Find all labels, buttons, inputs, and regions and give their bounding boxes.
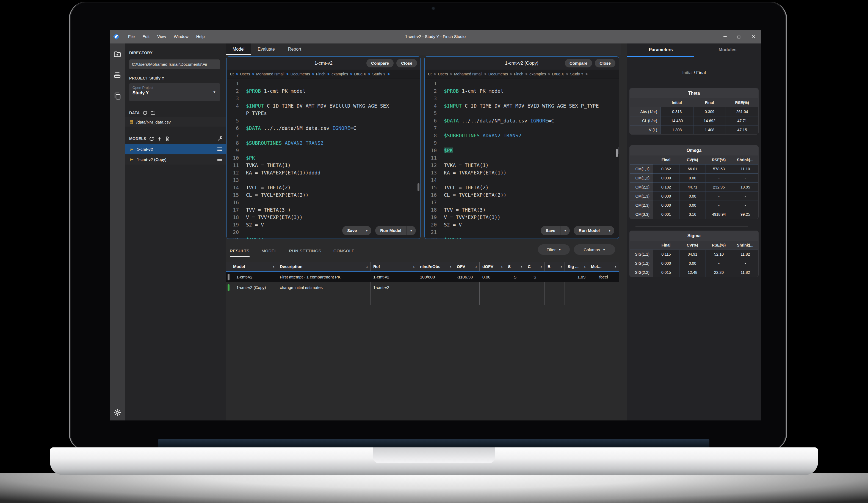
- code-line[interactable]: 11: [425, 154, 619, 162]
- titlebar[interactable]: FileEditViewWindowHelp 1-cmt-v2 - Study …: [110, 30, 761, 43]
- filter-dropdown[interactable]: Filter ▼: [538, 244, 570, 255]
- code-line[interactable]: 18TVV = THETA(3): [425, 206, 619, 213]
- breadcrumb-item[interactable]: Finch: [514, 72, 523, 76]
- pin-icon[interactable]: [217, 135, 223, 141]
- code-line[interactable]: 17TVV = THETA(3 ): [227, 206, 420, 213]
- refresh-icon[interactable]: [149, 136, 154, 141]
- breadcrumb-item[interactable]: Users: [438, 72, 448, 76]
- tab-modules[interactable]: Modules: [694, 47, 761, 52]
- code-line[interactable]: 13KA = TVKA*EXP(ETA(1)): [425, 169, 619, 177]
- code-line[interactable]: 22$THETA: [425, 236, 619, 239]
- column-header-sig-[interactable]: Sig ...▲: [565, 262, 588, 271]
- code-line[interactable]: 14: [425, 177, 619, 184]
- sort-arrow-icon[interactable]: ▲: [614, 262, 617, 271]
- sort-arrow-icon[interactable]: ▲: [413, 262, 415, 271]
- run-model-button[interactable]: Run Model: [375, 226, 406, 235]
- compare-button[interactable]: Compare: [366, 59, 394, 68]
- code-line[interactable]: 7: [227, 132, 420, 139]
- table-row[interactable]: 1-cmt-v2 (Copy)change initial estimates1…: [226, 282, 619, 293]
- code-line[interactable]: 5: [425, 110, 619, 117]
- breadcrumb-item[interactable]: examples: [529, 72, 546, 76]
- column-header-description[interactable]: Description▲: [277, 262, 371, 271]
- code-line[interactable]: 4$INPUT C ID TIME DV AMT MDV EVIlllD WTK…: [227, 102, 420, 117]
- tab-console[interactable]: CONSOLE: [333, 249, 354, 257]
- breadcrumb-item[interactable]: C:: [428, 72, 432, 76]
- save-dropdown-button[interactable]: ▼: [560, 226, 570, 235]
- run-dropdown-button[interactable]: ▼: [605, 226, 614, 235]
- breadcrumb-item[interactable]: examples: [331, 72, 348, 76]
- sort-arrow-icon[interactable]: ▲: [450, 262, 452, 271]
- code-editor[interactable]: 12$PROB 1-cmt PK model34$INPUT C ID TIME…: [227, 78, 420, 239]
- columns-dropdown[interactable]: Columns ▼: [574, 244, 615, 255]
- code-line[interactable]: 12TVKA = THETA(1): [425, 162, 619, 169]
- run-model-button[interactable]: Run Model: [574, 226, 605, 235]
- gear-icon[interactable]: [113, 408, 122, 416]
- code-line[interactable]: 10$PK: [227, 154, 420, 162]
- sort-arrow-icon[interactable]: ▲: [500, 262, 503, 271]
- breadcrumb-item[interactable]: Documents: [488, 72, 508, 76]
- breadcrumb-item[interactable]: Drug X: [552, 72, 564, 76]
- tab-model-lower[interactable]: MODEL: [262, 249, 277, 257]
- column-header-nind-nobs[interactable]: nInd/nObs▲: [417, 262, 454, 271]
- code-line[interactable]: 1: [227, 80, 420, 87]
- directory-input[interactable]: C:\Users\Mohamed Ismail\Documents\Fir: [129, 59, 220, 69]
- restore-button[interactable]: [732, 30, 746, 43]
- save-button[interactable]: Save: [342, 226, 362, 235]
- column-header-ofv[interactable]: OFV▲: [454, 262, 479, 271]
- sort-arrow-icon[interactable]: ▲: [475, 262, 477, 271]
- bookmark-folder-icon[interactable]: [113, 50, 122, 58]
- add-file-icon[interactable]: [165, 136, 170, 141]
- breadcrumb-item[interactable]: Drug X: [354, 72, 366, 76]
- tab-model[interactable]: Model: [226, 43, 251, 55]
- scrollbar-thumb[interactable]: [417, 183, 420, 191]
- code-line[interactable]: 12KA = TVKA*EXP(ETA(1))dddd: [227, 169, 420, 177]
- code-line[interactable]: 19V = TVV*EXP(ETA(3)): [425, 213, 619, 221]
- code-line[interactable]: 5: [227, 117, 420, 124]
- sort-arrow-icon[interactable]: ▲: [583, 262, 586, 271]
- scrollbar-thumb[interactable]: [616, 149, 618, 157]
- column-header-c[interactable]: C▲: [525, 262, 545, 271]
- code-editor[interactable]: 12$PROB 1-cmt PK model34$INPUT C ID TIME…: [425, 78, 619, 239]
- code-line[interactable]: 11TVKA = THETA(1): [227, 162, 420, 169]
- code-line[interactable]: 17: [425, 199, 619, 206]
- code-line[interactable]: 3: [227, 95, 420, 102]
- breadcrumb-item[interactable]: Users: [240, 72, 250, 76]
- code-line[interactable]: 3: [425, 95, 619, 102]
- breadcrumb-item[interactable]: Documents: [290, 72, 310, 76]
- tab-report[interactable]: Report: [281, 43, 308, 55]
- sort-arrow-icon[interactable]: ▲: [366, 262, 368, 271]
- sort-arrow-icon[interactable]: ▲: [540, 262, 542, 271]
- code-line[interactable]: 21$THETA: [227, 236, 420, 239]
- project-select[interactable]: Open Project Study Y ▼: [129, 83, 220, 101]
- column-header-met-[interactable]: Met...▲: [588, 262, 619, 271]
- code-line[interactable]: 15CL = TVCL*EXP(ETA(2)): [227, 191, 420, 199]
- add-icon[interactable]: [157, 136, 162, 141]
- code-line[interactable]: 15TVCL = THETA(2): [425, 184, 619, 191]
- sort-arrow-icon[interactable]: ▲: [520, 262, 523, 271]
- tab-parameters[interactable]: Parameters: [627, 47, 694, 52]
- close-button[interactable]: [746, 30, 761, 43]
- toggle-initial[interactable]: Initial: [682, 70, 692, 75]
- code-line[interactable]: 7: [425, 124, 619, 132]
- tab-results[interactable]: RESULTS: [230, 249, 250, 257]
- code-line[interactable]: 9: [425, 139, 619, 147]
- code-line[interactable]: 16CL = TVCL*EXP(ETA(2)): [425, 191, 619, 199]
- breadcrumb-item[interactable]: Study Y: [372, 72, 386, 76]
- code-line[interactable]: 9: [227, 147, 420, 154]
- model-list-item[interactable]: 1-cmt-v2 (Copy): [125, 154, 226, 164]
- code-line[interactable]: 16: [227, 199, 420, 206]
- breadcrumb-item[interactable]: C:: [230, 72, 234, 76]
- code-line[interactable]: 10$PK: [425, 147, 619, 154]
- table-row[interactable]: 1-cmt-v2First attempt - 1 compartment PK…: [226, 271, 619, 282]
- close-editor-button[interactable]: Close: [595, 59, 616, 68]
- minimize-button[interactable]: [718, 30, 732, 43]
- run-dropdown-button[interactable]: ▼: [406, 226, 416, 235]
- data-file-row[interactable]: /data/NM_data.csv: [125, 117, 226, 127]
- breadcrumb-item[interactable]: Study Y: [570, 72, 583, 76]
- model-menu-icon[interactable]: [217, 148, 223, 152]
- column-header-s[interactable]: S▲: [505, 262, 525, 271]
- column-header-model[interactable]: Model▲: [230, 262, 277, 271]
- code-line[interactable]: 13: [227, 177, 420, 184]
- code-line[interactable]: 2$PROB 1-cmt PK model: [227, 87, 420, 95]
- tab-evaluate[interactable]: Evaluate: [251, 43, 281, 55]
